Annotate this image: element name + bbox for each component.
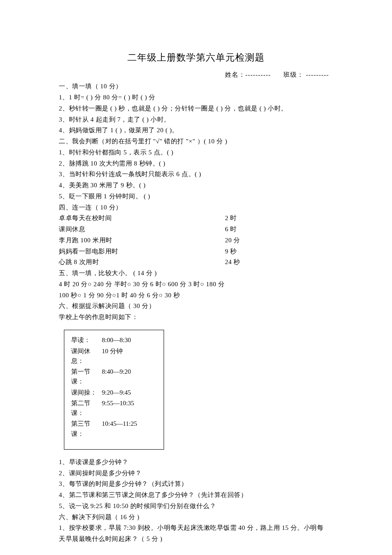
match-row: 李月跑 100 米用时 20 分 xyxy=(59,235,333,245)
match-right: 20 分 xyxy=(225,235,240,245)
schedule-row: 第二节课： 9:55—10:35 xyxy=(71,398,159,418)
match-row: 妈妈看一部电影用时 9 秒 xyxy=(59,247,333,256)
match-right: 6 时 xyxy=(225,224,237,234)
match-right: 9 秒 xyxy=(225,247,237,256)
section-2-heading: 二、我会判断（对的在括号里打 "√" 错的打 "×" ）( 10 分 ) xyxy=(59,137,333,146)
schedule-time: 8:00—8:30 xyxy=(102,335,131,345)
s6-q4: 4、第二节课和第三节课之间休息了多少分钟？（先计算在回答） xyxy=(59,490,333,500)
s6-q2: 2、课间操时间是多少分钟？ xyxy=(59,468,333,478)
s1-q2: 2、秒针转一圈是 ( ) 秒，也就是 ( ) 分；分针转一圈是 ( ) 分，也就… xyxy=(59,104,333,113)
schedule-label: 课间操： xyxy=(71,388,102,398)
section-5-heading: 五、填一填，比较大小。 ( 14 分 ) xyxy=(59,268,333,278)
schedule-row: 早读： 8:00—8:30 xyxy=(71,335,159,345)
schedule-time: 9:55—10:35 xyxy=(102,398,134,418)
schedule-time: 8:40—9:20 xyxy=(102,367,131,387)
schedule-label: 第一节课： xyxy=(71,367,102,387)
match-row: 课间休息 6 时 xyxy=(59,224,333,234)
section-1-heading: 一、填一填（ 10 分） xyxy=(59,81,333,91)
s5-row1: 4 时 20 分○ 240 分 半时○ 30 分 6 时○ 600 分 3 时○… xyxy=(59,279,333,289)
header-fields: 姓名：---------- 班级： --------- xyxy=(59,70,333,80)
schedule-time: 10 分钟 xyxy=(102,346,123,366)
schedule-label: 第三节课： xyxy=(71,419,102,439)
match-left: 心跳 8 次用时 xyxy=(59,257,225,267)
schedule-label: 早读： xyxy=(71,335,102,345)
match-left: 李月跑 100 米用时 xyxy=(59,235,225,245)
match-left: 课间休息 xyxy=(59,224,225,234)
s2-q3: 3、当时针和分针连成一条线时只能表示 6 点。( ) xyxy=(59,169,333,179)
s1-q1: 1、1 时= ( ) 分 80 分= ( ) 时 ( ) 分 xyxy=(59,93,333,102)
s2-q4: 4、美美跑 30 米用了 9 秒。( ) xyxy=(59,180,333,190)
s6-intro: 学校上午的作息时间如下： xyxy=(59,312,333,322)
schedule-label: 课间休息： xyxy=(71,346,102,366)
section-6-heading: 六、根据提示解决问题（ 30 分） xyxy=(59,301,333,311)
s6b-q1a: 1、按学校要求，早晨 7:30 到校。小明每天起床洗漱吃早饭需 40 分，路上用… xyxy=(59,523,333,533)
match-left: 卓卓每天在校时间 xyxy=(59,213,225,223)
section-6b-heading: 六、解决下列问题（ 16 分 ) xyxy=(59,512,333,522)
s6-q1: 1、早读课是多少分钟？ xyxy=(59,457,333,467)
class-field: 班级： --------- xyxy=(283,71,329,78)
s2-q5: 5、眨一下眼用 1 分钟时间。 ( ) xyxy=(59,192,333,201)
schedule-row: 课间休息： 10 分钟 xyxy=(71,346,159,366)
schedule-row: 第一节课： 8:40—9:20 xyxy=(71,367,159,387)
schedule-time: 10:45—11:25 xyxy=(102,419,137,439)
s1-q3: 3、时针从 4 起走到 7，走了 ( ) 小时。 xyxy=(59,115,333,125)
s6b-q1b: 天早晨最晚什么时间起床？（ 5 分 ) xyxy=(59,534,333,544)
s2-q1: 1、时针和分针都指向 5，表示 5 点。( ) xyxy=(59,148,333,157)
match-row: 心跳 8 次用时 24 秒 xyxy=(59,257,333,267)
s5-row2: 100 秒○ 1 分 90 分○1 时 40 分 6 分○ 30 秒 xyxy=(59,291,333,300)
s1-q4: 4、妈妈做饭用了 1 ( )，做菜用了 20 ( )。 xyxy=(59,125,333,135)
match-left: 妈妈看一部电影用时 xyxy=(59,247,225,256)
s2-q2: 2、脉搏跳 10 次大约需用 8 秒钟。( ) xyxy=(59,159,333,169)
match-right: 24 秒 xyxy=(225,257,240,267)
schedule-time: 9:20—9:45 xyxy=(102,388,131,398)
schedule-box: 早读： 8:00—8:30 课间休息： 10 分钟 第一节课： 8:40—9:2… xyxy=(64,330,164,450)
document-title: 二年级上册数学第六单元检测题 xyxy=(59,50,333,65)
schedule-row: 课间操： 9:20—9:45 xyxy=(71,388,159,398)
section-4-heading: 四、连一连（ 10 分） xyxy=(59,203,333,212)
s6-q5: 5、说一说 9:25 和 10:50 的时候同学们分别在做什么？ xyxy=(59,501,333,511)
match-row: 卓卓每天在校时间 2 时 xyxy=(59,213,333,223)
name-field: 姓名：---------- xyxy=(225,71,271,78)
match-right: 2 时 xyxy=(225,213,237,223)
schedule-row: 第三节课： 10:45—11:25 xyxy=(71,419,159,439)
s6-q3: 3、每节课的时间是多少分钟？（列式计算） xyxy=(59,479,333,489)
schedule-label: 第二节课： xyxy=(71,398,102,418)
